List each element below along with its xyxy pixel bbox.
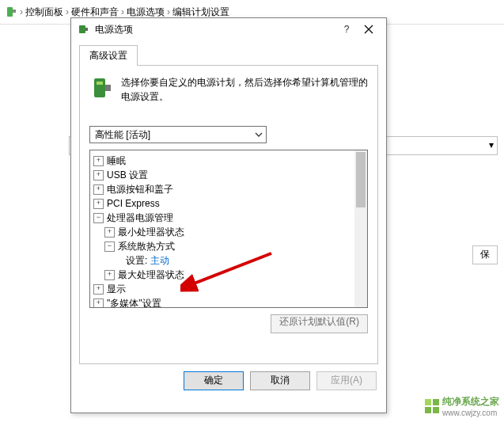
scrollbar-thumb[interactable] (356, 152, 366, 207)
chevron-right-icon: › (66, 6, 69, 17)
expand-icon[interactable]: + (104, 227, 115, 238)
power-options-dialog: 电源选项 ? 高级设置 选择你要自定义的电源计划，然后选择你希望计算机管理的电源… (70, 17, 387, 413)
chevron-down-icon (255, 131, 263, 139)
battery-large-icon (89, 75, 115, 101)
tree-node-cooling[interactable]: −系统散热方式 (93, 239, 364, 253)
tree-node-cpu-mgmt[interactable]: −处理器电源管理 (93, 211, 364, 225)
chevron-right-icon: › (167, 6, 170, 17)
expand-icon[interactable]: + (93, 199, 104, 209)
tab-advanced[interactable]: 高级设置 (79, 45, 138, 66)
svg-rect-5 (105, 85, 111, 91)
plan-selected-label: 高性能 [活动] (95, 128, 150, 142)
dialog-button-row: 确定 取消 应用(A) (71, 365, 386, 397)
description-text: 选择你要自定义的电源计划，然后选择你希望计算机管理的电源设置。 (121, 75, 368, 104)
cancel-button[interactable]: 取消 (250, 371, 310, 390)
tab-pane-advanced: 选择你要自定义的电源计划，然后选择你希望计算机管理的电源设置。 高性能 [活动]… (79, 65, 378, 364)
apply-button: 应用(A) (316, 371, 377, 390)
expand-icon[interactable]: + (93, 184, 104, 195)
plan-select[interactable]: 高性能 [活动] (89, 126, 267, 143)
collapse-icon[interactable]: − (93, 213, 104, 223)
restore-defaults-button[interactable]: 还原计划默认值(R) (271, 314, 368, 333)
breadcrumb-item[interactable]: 控制面板 (25, 6, 63, 19)
breadcrumb-item[interactable]: 电源选项 (127, 6, 165, 19)
title-bar: 电源选项 ? (71, 18, 386, 40)
dialog-title: 电源选项 (95, 23, 335, 36)
tree-node-pci[interactable]: +PCI Express (93, 196, 364, 211)
tree-node-max-state[interactable]: +最大处理器状态 (93, 268, 364, 282)
breadcrumb-item[interactable]: 硬件和声音 (71, 6, 119, 19)
tree-node-sleep[interactable]: +睡眠 (93, 154, 364, 168)
svg-rect-3 (85, 28, 88, 31)
tab-strip: 高级设置 (71, 40, 386, 66)
tree-node-power-buttons[interactable]: +电源按钮和盖子 (93, 182, 364, 196)
svg-rect-2 (79, 25, 85, 33)
svg-rect-1 (13, 10, 16, 13)
tree-node-multimedia[interactable]: +"多媒体"设置 (93, 296, 364, 308)
tree-leaf-cooling-setting[interactable]: 设置: 主动 (93, 253, 364, 268)
expand-icon[interactable]: + (104, 270, 115, 280)
settings-tree: +睡眠 +USB 设置 +电源按钮和盖子 +PCI Express −处理器电源… (89, 150, 368, 308)
tree-node-min-state[interactable]: +最小处理器状态 (93, 225, 364, 239)
expand-icon[interactable]: + (93, 156, 104, 166)
background-save-button[interactable]: 保 (472, 245, 498, 264)
chevron-right-icon: › (20, 6, 23, 17)
expand-icon[interactable]: + (93, 284, 104, 295)
battery-icon (78, 23, 90, 36)
svg-rect-0 (7, 7, 13, 17)
cooling-setting-value[interactable]: 主动 (150, 255, 169, 266)
svg-rect-4 (94, 78, 105, 97)
watermark: 纯净系统之家 www.cwjzy.com (425, 395, 499, 417)
close-button[interactable] (358, 21, 380, 38)
tree-node-usb[interactable]: +USB 设置 (93, 168, 364, 182)
close-icon (364, 25, 373, 34)
help-button[interactable]: ? (335, 21, 358, 38)
power-plan-icon (5, 6, 17, 18)
breadcrumb-item[interactable]: 编辑计划设置 (172, 6, 229, 19)
ok-button[interactable]: 确定 (184, 371, 244, 390)
watermark-logo-icon (425, 399, 439, 413)
tree-node-display[interactable]: +显示 (93, 282, 364, 296)
watermark-name: 纯净系统之家 (442, 396, 499, 407)
collapse-icon[interactable]: − (104, 241, 115, 252)
tree-scrollbar[interactable] (354, 150, 367, 307)
svg-rect-6 (97, 82, 103, 85)
expand-icon[interactable]: + (93, 170, 104, 181)
chevron-right-icon: › (121, 6, 124, 17)
watermark-url: www.cwjzy.com (442, 409, 499, 417)
expand-icon[interactable]: + (93, 298, 104, 309)
